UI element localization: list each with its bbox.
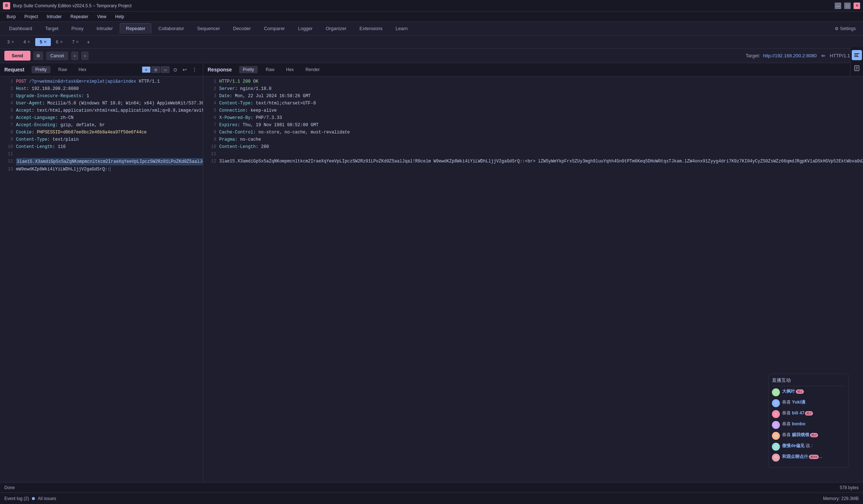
event-log-link[interactable]: Event log (2) (4, 496, 29, 501)
cancel-button[interactable]: Cancel (46, 51, 68, 60)
request-view-btn-1[interactable]: ≡ (142, 66, 151, 73)
nav-settings[interactable]: ⚙ Settings (830, 25, 860, 33)
request-body[interactable]: 1 POST /?p=webmain&d=task&m=reimplat|api… (0, 77, 203, 484)
menu-burp[interactable]: Burp (3, 13, 19, 20)
tab-organizer[interactable]: Organizer (319, 23, 352, 34)
maximize-button[interactable]: □ (844, 3, 851, 9)
close-tab-5[interactable]: ✕ (44, 40, 46, 44)
chat-text-2: 恭喜 Yuki满 (782, 399, 805, 405)
side-icon-notes[interactable] (852, 63, 862, 73)
tab-collaborator[interactable]: Collaborator (152, 23, 190, 34)
res-line-10: 10 Content-Length: 280 (203, 143, 863, 150)
chat-avatar-4: b (772, 421, 780, 429)
chat-item-2: Y 恭喜 Yuki满 (772, 399, 845, 407)
response-tab-pretty[interactable]: Pretty (239, 66, 258, 73)
request-view-btn-3[interactable]: ▭ (161, 66, 169, 73)
repeater-tab-6[interactable]: 6 ✕ (52, 38, 67, 46)
menu-project[interactable]: Project (21, 13, 41, 20)
req-line-1: 1 POST /?p=webmain&d=task&m=reimplat|api… (0, 78, 203, 85)
request-settings-button[interactable]: ⚙ (33, 51, 43, 60)
close-tab-6[interactable]: ✕ (60, 40, 63, 44)
close-button[interactable]: ✕ (854, 3, 860, 9)
request-more-icon[interactable]: ⋮ (191, 66, 199, 73)
res-line-3: 3 Date: Mon, 22 Jul 2024 16:58:26 GMT (203, 92, 863, 100)
response-panel-title: Response (208, 67, 232, 73)
side-icon-inspector[interactable] (852, 50, 862, 60)
req-line-11: 11 (0, 150, 203, 158)
tab-intruder[interactable]: Intruder (90, 23, 119, 34)
tab-target[interactable]: Target (39, 23, 65, 34)
chat-avatar-7: 和 (772, 454, 780, 462)
chat-header: 直播互动 (772, 377, 845, 386)
repeater-tab-7[interactable]: 7 ✕ (68, 38, 83, 46)
request-panel-title: Request (4, 67, 24, 73)
repeater-tab-5[interactable]: 5 ✕ (35, 38, 51, 46)
tab-extensions[interactable]: Extensions (353, 23, 389, 34)
res-line-5: 5 Connection: keep-alive (203, 107, 863, 114)
repeater-tab-3[interactable]: 3 ✕ (3, 38, 19, 46)
chat-item-1: 大 大枫叶粉2 (772, 388, 845, 396)
tab-decoder[interactable]: Decoder (227, 23, 257, 34)
tab-sequencer[interactable]: Sequencer (191, 23, 226, 34)
res-line-2: 2 Server: nginx/1.18.0 (203, 85, 863, 92)
req-line-5: 5 Accept: text/html,application/xhtml+xm… (0, 107, 203, 114)
main-content: Request Pretty Raw Hex ≡ ⊞ ▭ ⊙ ↩ ⋮ 1 POS… (0, 63, 863, 495)
request-tab-raw[interactable]: Raw (55, 66, 71, 73)
close-tab-4[interactable]: ✕ (27, 40, 30, 44)
minimize-button[interactable]: — (835, 3, 841, 9)
tab-repeater[interactable]: Repeater (120, 23, 151, 34)
request-tab-hex[interactable]: Hex (75, 66, 90, 73)
chat-avatar-3: b (772, 410, 780, 418)
menu-intruder[interactable]: Intruder (43, 13, 65, 20)
event-bar: Event log (2) All issues Memory: 229.3MB (0, 492, 863, 504)
nav-next-button[interactable]: › (81, 51, 89, 60)
request-tab-pretty[interactable]: Pretty (32, 66, 50, 73)
repeater-tabs: 3 ✕ 4 ✕ 5 ✕ 6 ✕ 7 ✕ + (0, 36, 863, 49)
tab-proxy[interactable]: Proxy (65, 23, 90, 34)
req-line-7: 7 Accept-Encoding: gzip, deflate, br (0, 121, 203, 129)
tab-learn[interactable]: Learn (389, 23, 414, 34)
tab-logger[interactable]: Logger (292, 23, 319, 34)
chat-avatar-1: 大 (772, 388, 780, 396)
status-bar: Done 578 bytes (0, 482, 863, 492)
nav-prev-button[interactable]: ‹ (71, 51, 78, 60)
response-body[interactable]: 1 HTTP/1.1 200 OK 2 Server: nginx/1.18.0… (203, 77, 863, 484)
chat-item-4: b 恭喜 bonbo (772, 421, 845, 429)
chat-avatar-5: 赐 (772, 432, 780, 440)
repeater-tab-4[interactable]: 4 ✕ (19, 38, 35, 46)
side-icons (850, 47, 863, 76)
request-wrap-icon[interactable]: ↩ (181, 66, 188, 73)
chat-item-6: 傲 傲慢de偏见 说 : (772, 443, 845, 451)
tab-comparer[interactable]: Comparer (258, 23, 291, 34)
request-panel-header: Request Pretty Raw Hex ≡ ⊞ ▭ ⊙ ↩ ⋮ (0, 63, 203, 77)
response-tab-hex[interactable]: Hex (282, 66, 297, 73)
request-panel-icons: ≡ ⊞ ▭ ⊙ ↩ ⋮ (142, 66, 199, 73)
menu-view[interactable]: View (93, 13, 110, 20)
res-line-11: 11 (203, 150, 863, 158)
chat-avatar-6: 傲 (772, 443, 780, 451)
target-label: Target: (746, 53, 760, 58)
chat-item-7: 和 和观众聊点什粉59... (772, 454, 845, 462)
menu-repeater[interactable]: Repeater (67, 13, 92, 20)
target-url: http://192.168.200.2:8080 (763, 53, 817, 58)
title-bar: B Burp Suite Community Edition v2024.5.5… (0, 0, 863, 12)
res-line-1: 1 HTTP/1.1 200 OK (203, 78, 863, 85)
toolbar: Send ⚙ Cancel ‹ › Target: http://192.168… (0, 49, 863, 63)
close-tab-7[interactable]: ✕ (76, 40, 79, 44)
response-tab-render[interactable]: Render (302, 66, 323, 73)
chat-text-1: 大枫叶粉2 (782, 388, 804, 394)
request-hide-icon[interactable]: ⊙ (172, 66, 179, 73)
all-issues-link[interactable]: All issues (38, 496, 56, 501)
response-tab-raw[interactable]: Raw (262, 66, 278, 73)
close-tab-3[interactable]: ✕ (11, 40, 14, 44)
req-line-13: 13 mW9ewdKZp8Wki4iYiLWDhLljjV2gaGdSrQ:: (0, 166, 203, 173)
req-line-2: 2 Host: 192.168.200.2:8080 (0, 85, 203, 92)
svg-rect-2 (854, 56, 859, 57)
event-dot (32, 497, 35, 500)
tab-dashboard[interactable]: Dashboard (3, 23, 38, 34)
edit-target-icon[interactable]: ✏ (820, 52, 827, 59)
send-button[interactable]: Send (4, 51, 30, 61)
request-view-btn-2[interactable]: ⊞ (151, 66, 160, 73)
menu-help[interactable]: Help (111, 13, 128, 20)
add-tab-button[interactable]: + (84, 38, 93, 46)
